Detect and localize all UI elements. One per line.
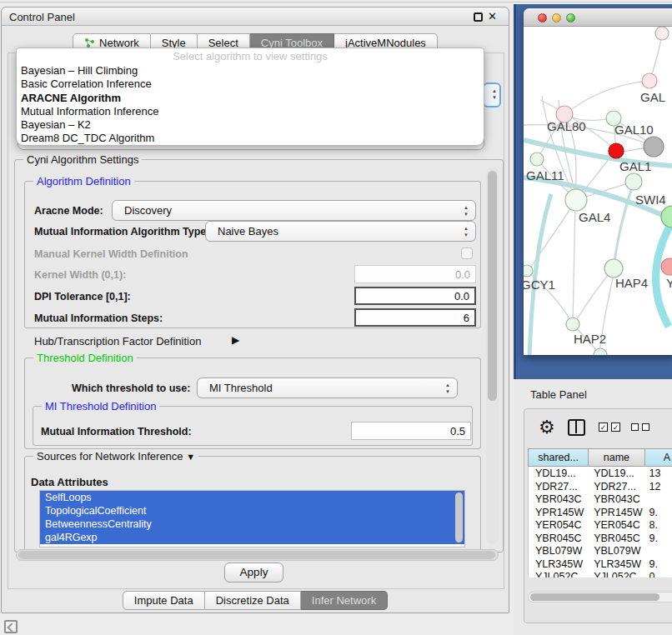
table-cell: YBR045C	[589, 532, 645, 545]
tab-discretize-data[interactable]: Discretize Data	[205, 591, 301, 610]
select-all-rows-icon[interactable]: ✓✓	[599, 422, 620, 432]
float-window-icon[interactable]	[474, 12, 483, 22]
table-hscrollbar-thumb[interactable]	[530, 593, 659, 601]
table-row[interactable]: YDL19...YDL19...13	[529, 467, 672, 480]
dock-panel-icon[interactable]	[4, 620, 18, 633]
table-row[interactable]: YLR345WYLR345W9.	[529, 558, 672, 571]
table-row[interactable]: YBR043CYBR043C	[529, 492, 672, 506]
sources-group-title[interactable]: Sources for Network Inference ▼	[33, 450, 198, 462]
network-node-gal11[interactable]	[530, 152, 544, 166]
application-root: Control Panel ✕ NetworkStyleSelectCyni T…	[0, 0, 672, 635]
table-cell: 9.	[646, 506, 672, 519]
network-node-top-partial[interactable]	[655, 27, 669, 40]
network-node-hap2[interactable]	[566, 318, 579, 331]
network-node-red-node[interactable]	[609, 143, 624, 158]
network-canvas[interactable]: GALGAL80GAL10GAL11GAL1SWI4GAL4GCY1HAP4YH…	[524, 27, 672, 355]
kernel-width-field[interactable]: 0.0	[354, 265, 476, 283]
zoom-traffic-light-icon[interactable]	[566, 13, 575, 22]
which-threshold-combo[interactable]: MI Threshold ▲▼	[197, 378, 458, 398]
combo-spinner-icon: ▲▼	[445, 382, 450, 395]
network-edge[interactable]	[530, 202, 574, 268]
deselect-all-rows-icon[interactable]	[631, 422, 649, 431]
network-edge[interactable]	[575, 270, 612, 322]
aracne-mode-combo[interactable]: Discovery ▲▼	[112, 200, 476, 221]
hub-collapsed-arrow-icon[interactable]: ▶	[232, 334, 239, 346]
table-row[interactable]: YPR145WYPR145W9.	[529, 506, 672, 519]
column-layout-icon[interactable]	[568, 419, 585, 436]
column-header-name[interactable]: name	[589, 448, 644, 467]
table-row[interactable]: YBL079WYBL079W	[529, 544, 672, 558]
algorithm-option-bayesian-hill-climbing[interactable]: Bayesian – Hill Climbing	[21, 64, 479, 78]
network-view-window: GALGAL80GAL10GAL11GAL1SWI4GAL4GCY1HAP4YH…	[524, 8, 672, 355]
network-edge[interactable]	[529, 194, 551, 355]
network-node-hap4[interactable]	[604, 259, 623, 278]
table-header-row: shared... name A	[528, 448, 672, 467]
network-node-gcy1[interactable]	[524, 265, 533, 277]
table-hscrollbar[interactable]	[528, 592, 672, 602]
column-header-partial[interactable]: A	[645, 448, 672, 467]
algorithm-option-dream8-dc-tdc-algorithm[interactable]: Dream8 DC_TDC Algorithm	[21, 132, 479, 145]
attr-list-scrollbar[interactable]	[455, 492, 463, 542]
attribute-betweennesscentrality[interactable]: BetweennessCentrality	[40, 518, 464, 531]
network-node-gray-node[interactable]	[644, 137, 664, 157]
mi-algorithm-type-value: Naive Bayes	[218, 225, 278, 238]
table-cell: 9.	[646, 558, 672, 571]
network-node-gal4[interactable]	[565, 189, 587, 211]
mi-threshold-field[interactable]: 0.5	[351, 422, 471, 440]
table-row[interactable]: YBR045CYBR045C9.	[529, 532, 672, 545]
apply-button[interactable]: Apply	[224, 562, 283, 582]
table-cell: 0.	[646, 570, 672, 578]
algorithm-option-aracne-algorithm[interactable]: ARACNE Algorithm	[21, 92, 479, 105]
table-cell: 13	[646, 467, 672, 480]
table-cell: YPR145W	[529, 506, 589, 519]
network-edge[interactable]	[573, 202, 575, 322]
settings-hscrollbar-thumb[interactable]	[18, 551, 495, 559]
table-row[interactable]: YDR27...YDR27...12	[529, 480, 672, 493]
attribute-topologicalcoefficient[interactable]: TopologicalCoefficient	[40, 504, 464, 518]
manual-kernel-width-checkbox[interactable]	[461, 248, 473, 259]
table-row[interactable]: YER054CYER054C8.	[529, 518, 672, 532]
table-cell: YBL079W	[529, 544, 589, 558]
mi-steps-field[interactable]: 6	[354, 308, 476, 327]
table-body[interactable]: YDL19...YDL19...13YDR27...YDR27...12YBR0…	[528, 467, 672, 578]
hub-definition-label[interactable]: Hub/Transcription Factor Definition	[34, 335, 201, 348]
mi-algorithm-type-combo[interactable]: Naive Bayes ▲▼	[205, 221, 476, 242]
inference-algorithm-combo-fragment[interactable]: ▲▼	[483, 82, 501, 108]
algorithm-option-bayesian-k2[interactable]: Bayesian – K2	[21, 118, 479, 132]
table-cell: YDL19...	[529, 467, 589, 480]
dpi-tolerance-field[interactable]: 0.0	[354, 287, 476, 305]
tab-impute-data[interactable]: Impute Data	[123, 591, 205, 610]
table-cell: YBR043C	[589, 492, 645, 506]
attribute-gal4rgexp[interactable]: gal4RGexp	[40, 531, 464, 544]
node-label-gal80: GAL80	[547, 119, 586, 133]
node-label-gcy1: GCY1	[524, 278, 555, 292]
network-edge[interactable]	[564, 81, 649, 116]
node-label-gal10: GAL10	[614, 122, 654, 137]
data-attributes-list[interactable]: SelfLoopsTopologicalCoefficientBetweenne…	[39, 490, 465, 548]
column-header-shared-name[interactable]: shared...	[528, 448, 589, 467]
attribute-selfloops[interactable]: SelfLoops	[40, 491, 464, 504]
network-node-gal1[interactable]	[625, 173, 642, 190]
tab-infer-network[interactable]: Infer Network	[301, 591, 388, 610]
settings-scrollbar-thumb[interactable]	[488, 171, 497, 401]
bottom-tab-bar: Impute DataDiscretize DataInfer Network	[2, 590, 509, 610]
settings-hscrollbar[interactable]	[16, 549, 499, 561]
gear-icon[interactable]: ⚙	[539, 417, 555, 438]
table-panel-title: Table Panel	[530, 388, 587, 401]
network-node-gal-top[interactable]	[642, 73, 657, 88]
node-label-swi4: SWI4	[635, 192, 666, 207]
network-node-swi4[interactable]	[661, 206, 672, 228]
minimize-traffic-light-icon[interactable]	[552, 13, 561, 22]
algorithm-option-basic-correlation-inference[interactable]: Basic Correlation Inference	[21, 78, 479, 91]
algorithm-option-mutual-information-inference[interactable]: Mutual Information Inference	[21, 105, 479, 118]
network-graph[interactable]: GALGAL80GAL10GAL11GAL1SWI4GAL4GCY1HAP4YH…	[524, 27, 672, 355]
attr-list-items: SelfLoopsTopologicalCoefficientBetweenne…	[40, 491, 464, 544]
mi-threshold-group-title: MI Threshold Definition	[42, 400, 159, 412]
network-node-salmon-node[interactable]	[661, 258, 672, 275]
manual-kernel-width-label: Manual Kernel Width Definition	[34, 248, 188, 260]
close-traffic-light-icon[interactable]	[538, 13, 547, 22]
table-row[interactable]: YJL052CYJL052C0.	[529, 570, 672, 578]
close-icon[interactable]: ✕	[488, 10, 497, 22]
table-cell: YPR145W	[589, 506, 645, 519]
table-cell: YBL079W	[589, 544, 645, 558]
